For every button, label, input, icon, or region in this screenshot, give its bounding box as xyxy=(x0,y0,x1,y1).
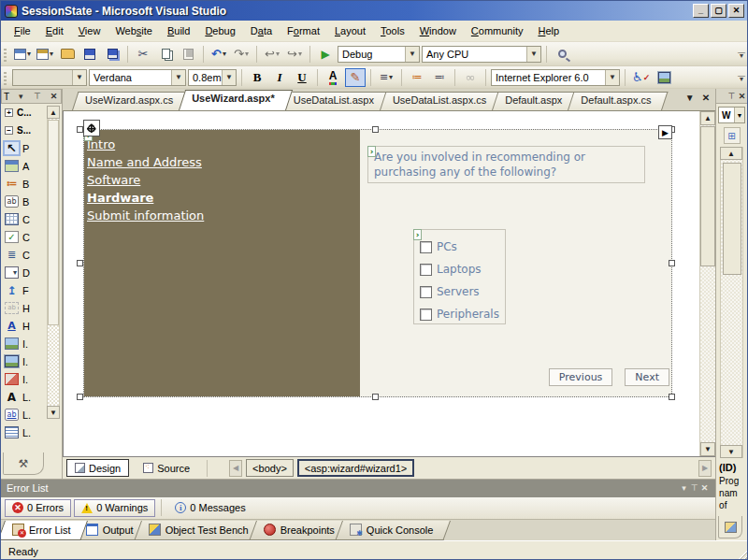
block-format-combobox[interactable]: ▼ xyxy=(12,69,87,86)
solution-configuration-combobox[interactable]: Debug ▼ xyxy=(338,46,420,63)
check-accessibility-button[interactable]: ♿✓ xyxy=(630,68,652,87)
toolbox-tab[interactable]: ⚒ xyxy=(3,452,44,475)
wizard-step-software[interactable]: Software xyxy=(87,171,360,189)
solution-platform-combobox[interactable]: Any CPU ▼ xyxy=(422,46,541,63)
tag-scroll-right-icon[interactable]: ▶ xyxy=(698,460,712,477)
font-size-combobox[interactable]: 0.8em ▼ xyxy=(188,69,237,86)
tab-usedatalist-aspx[interactable]: UseDataList.aspx xyxy=(280,92,385,110)
collapse-icon[interactable]: − xyxy=(5,126,13,135)
menu-edit[interactable]: Edit xyxy=(38,22,71,40)
italic-button[interactable]: I xyxy=(269,68,290,87)
pin-icon[interactable]: ⊤ xyxy=(726,92,737,101)
start-debugging-button[interactable]: ▶ xyxy=(315,45,336,64)
maximize-button[interactable]: ▢ xyxy=(711,4,726,18)
tab-default-aspx[interactable]: Default.aspx xyxy=(492,92,573,110)
new-website-button[interactable]: ▾ xyxy=(12,45,33,64)
scroll-up-icon[interactable]: ▲ xyxy=(47,106,60,119)
smart-tag-glyph-icon[interactable]: › xyxy=(367,146,376,157)
minimize-button[interactable]: _ xyxy=(693,4,709,18)
pin-icon[interactable]: ⊤ xyxy=(32,92,42,101)
chevron-down-icon[interactable]: ▼ xyxy=(734,108,744,122)
convert-to-hyperlink-button[interactable]: ∞ xyxy=(460,68,481,87)
tab-breakpoints[interactable]: Breakpoints xyxy=(256,520,348,540)
messages-filter-button[interactable]: i 0 Messages xyxy=(167,499,252,517)
copy-button[interactable] xyxy=(155,45,176,64)
question-label[interactable]: › Are you involved in recommending or pu… xyxy=(367,146,645,183)
menu-debug[interactable]: Debug xyxy=(197,22,242,40)
add-new-item-button[interactable]: ▾ xyxy=(35,45,55,64)
expand-icon[interactable]: + xyxy=(5,108,13,117)
close-icon[interactable]: ✕ xyxy=(699,483,710,493)
move-handle[interactable]: ↔↕ xyxy=(83,120,100,136)
resize-handle[interactable] xyxy=(77,394,83,400)
menu-website[interactable]: Website xyxy=(108,22,160,40)
resize-handle[interactable] xyxy=(372,394,379,400)
chevron-down-icon[interactable]: ▾ xyxy=(16,92,26,101)
toolbar-overflow-button[interactable]: —▾ xyxy=(736,45,747,64)
body-tag-button[interactable]: <body> xyxy=(246,459,294,477)
menu-community[interactable]: Community xyxy=(464,22,531,40)
tab-usewizard-aspx-cs[interactable]: UseWizard.aspx.cs xyxy=(72,92,184,110)
tab-quick-console[interactable]: Quick Console xyxy=(342,520,447,540)
bulleted-list-button[interactable]: ≔ xyxy=(407,68,427,87)
scrollbar-thumb[interactable] xyxy=(700,126,715,266)
font-name-combobox[interactable]: Verdana ▼ xyxy=(89,69,186,86)
scroll-down-icon[interactable]: ▼ xyxy=(47,406,60,419)
resize-handle[interactable] xyxy=(669,394,675,400)
save-button[interactable] xyxy=(79,45,100,64)
smart-tag-arrow-icon[interactable]: ▶ xyxy=(658,125,672,139)
properties-scrollbar[interactable]: ▲ ▼ xyxy=(720,147,743,458)
navigate-backward-button[interactable]: ↩▾ xyxy=(262,45,282,64)
chevron-down-icon[interactable]: ▼ xyxy=(405,47,419,62)
toolbar-grip[interactable] xyxy=(3,47,7,62)
chevron-down-icon[interactable]: ▼ xyxy=(222,70,236,85)
checkbox-list-control[interactable]: › PCs Laptops Servers Peripherals xyxy=(413,229,506,324)
scrollbar-thumb[interactable] xyxy=(48,120,59,325)
target-browser-combobox[interactable]: Internet Explorer 6.0 ▼ xyxy=(491,69,620,86)
scroll-up-icon[interactable]: ▲ xyxy=(700,111,715,125)
properties-tab[interactable] xyxy=(718,516,742,538)
tag-scroll-left-icon[interactable]: ◀ xyxy=(229,460,242,477)
scroll-up-icon[interactable]: ▲ xyxy=(720,147,742,160)
errors-filter-button[interactable]: ✕ 0 Errors xyxy=(5,499,71,517)
editor-vertical-scrollbar[interactable]: ▲ ▼ xyxy=(699,111,715,456)
wizard-step-hardware[interactable]: Hardware xyxy=(87,189,360,207)
alignment-button[interactable]: ≡▾ xyxy=(376,68,396,87)
wizard-tag-button[interactable]: <asp:wizard#wizard1> xyxy=(297,459,414,477)
scroll-down-icon[interactable]: ▼ xyxy=(700,442,715,456)
window-position-icon[interactable]: ▾ xyxy=(679,483,689,493)
smart-tag-glyph-icon[interactable]: › xyxy=(413,229,422,240)
toolbox-item-list-box[interactable]: L. xyxy=(1,424,62,441)
check-page-validity-button[interactable] xyxy=(654,68,674,87)
resize-grip[interactable] xyxy=(734,548,747,560)
undo-button[interactable]: ↶▾ xyxy=(209,45,229,64)
cut-button[interactable]: ✂ xyxy=(133,45,153,64)
menu-tools[interactable]: Tools xyxy=(373,22,412,40)
resize-handle[interactable] xyxy=(372,126,379,133)
toolbar-overflow-button[interactable]: —▾ xyxy=(736,68,747,87)
properties-header[interactable]: ⊤ ✕ xyxy=(716,89,747,104)
menu-help[interactable]: Help xyxy=(530,22,567,40)
menu-window[interactable]: Window xyxy=(412,22,464,40)
chevron-down-icon[interactable]: ▼ xyxy=(605,70,619,85)
categorized-view-button[interactable]: ⊞ xyxy=(724,127,741,144)
numbered-list-button[interactable]: ≕ xyxy=(429,68,450,87)
tab-default-aspx-cs[interactable]: Default.aspx.cs xyxy=(568,92,662,110)
resize-handle[interactable] xyxy=(77,126,83,133)
menu-data[interactable]: Data xyxy=(243,22,280,40)
object-selector-combobox[interactable]: W ▼ xyxy=(718,107,745,123)
toolbar-grip[interactable] xyxy=(3,70,7,85)
resize-handle[interactable] xyxy=(77,260,83,266)
save-all-button[interactable] xyxy=(102,45,122,64)
foreground-color-button[interactable]: A xyxy=(323,68,343,87)
chevron-down-icon[interactable]: ▼ xyxy=(171,70,185,85)
close-icon[interactable]: ✕ xyxy=(49,92,59,101)
source-view-button[interactable]: Source xyxy=(135,459,198,477)
scroll-down-icon[interactable]: ▼ xyxy=(720,445,742,458)
menu-format[interactable]: Format xyxy=(280,22,327,40)
scrollbar-thumb[interactable] xyxy=(723,163,741,275)
next-button[interactable]: Next xyxy=(625,368,669,386)
close-icon[interactable]: ✕ xyxy=(737,92,747,101)
wizard-step-submit-information[interactable]: Submit information xyxy=(87,207,360,224)
tab-usewizard-aspx[interactable]: UseWizard.aspx* xyxy=(179,90,286,110)
